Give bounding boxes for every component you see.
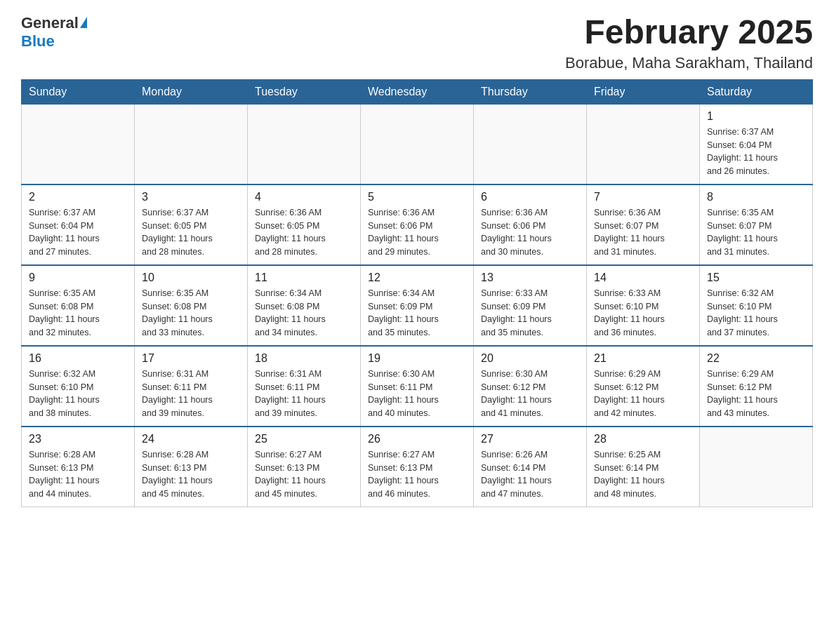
- location-text: Borabue, Maha Sarakham, Thailand: [565, 54, 813, 72]
- day-number: 10: [142, 271, 240, 284]
- month-title: February 2025: [565, 14, 813, 51]
- day-info: Sunrise: 6:30 AMSunset: 6:11 PMDaylight:…: [368, 368, 466, 420]
- day-info: Sunrise: 6:29 AMSunset: 6:12 PMDaylight:…: [707, 368, 805, 420]
- day-info: Sunrise: 6:27 AMSunset: 6:13 PMDaylight:…: [368, 448, 466, 501]
- logo-triangle-icon: [80, 17, 87, 28]
- calendar-week-row: 9Sunrise: 6:35 AMSunset: 6:08 PMDaylight…: [22, 265, 813, 346]
- logo-text: General Blue: [21, 14, 87, 51]
- day-info: Sunrise: 6:37 AMSunset: 6:04 PMDaylight:…: [707, 126, 805, 178]
- calendar-week-row: 2Sunrise: 6:37 AMSunset: 6:04 PMDaylight…: [22, 185, 813, 265]
- day-number: 3: [142, 191, 240, 203]
- calendar-cell: 10Sunrise: 6:35 AMSunset: 6:08 PMDayligh…: [135, 265, 248, 346]
- calendar-cell: 2Sunrise: 6:37 AMSunset: 6:04 PMDaylight…: [22, 185, 135, 265]
- weekday-header-monday: Monday: [135, 79, 248, 104]
- calendar-cell: 14Sunrise: 6:33 AMSunset: 6:10 PMDayligh…: [587, 265, 700, 346]
- calendar-cell: [361, 104, 474, 185]
- day-info: Sunrise: 6:25 AMSunset: 6:14 PMDaylight:…: [594, 448, 692, 501]
- day-info: Sunrise: 6:37 AMSunset: 6:05 PMDaylight:…: [142, 206, 240, 259]
- day-number: 8: [707, 191, 805, 203]
- calendar-cell: 12Sunrise: 6:34 AMSunset: 6:09 PMDayligh…: [361, 265, 474, 346]
- day-number: 11: [255, 271, 353, 284]
- day-info: Sunrise: 6:34 AMSunset: 6:08 PMDaylight:…: [255, 287, 353, 340]
- title-section: February 2025 Borabue, Maha Sarakham, Th…: [565, 14, 813, 72]
- day-number: 23: [29, 433, 127, 445]
- weekday-header-thursday: Thursday: [474, 79, 587, 104]
- calendar-cell: 1Sunrise: 6:37 AMSunset: 6:04 PMDaylight…: [700, 104, 813, 185]
- weekday-header-friday: Friday: [587, 79, 700, 104]
- day-info: Sunrise: 6:27 AMSunset: 6:13 PMDaylight:…: [255, 448, 353, 501]
- day-info: Sunrise: 6:35 AMSunset: 6:08 PMDaylight:…: [29, 287, 127, 340]
- calendar-cell: 3Sunrise: 6:37 AMSunset: 6:05 PMDaylight…: [135, 185, 248, 265]
- day-number: 21: [594, 352, 692, 365]
- calendar-cell: 21Sunrise: 6:29 AMSunset: 6:12 PMDayligh…: [587, 346, 700, 427]
- weekday-header-sunday: Sunday: [22, 79, 135, 104]
- calendar-cell: [474, 104, 587, 185]
- calendar-cell: 22Sunrise: 6:29 AMSunset: 6:12 PMDayligh…: [700, 346, 813, 427]
- day-info: Sunrise: 6:36 AMSunset: 6:07 PMDaylight:…: [594, 206, 692, 259]
- day-number: 17: [142, 352, 240, 365]
- weekday-header-saturday: Saturday: [700, 79, 813, 104]
- calendar-cell: 18Sunrise: 6:31 AMSunset: 6:11 PMDayligh…: [248, 346, 361, 427]
- calendar-cell: 17Sunrise: 6:31 AMSunset: 6:11 PMDayligh…: [135, 346, 248, 427]
- day-number: 7: [594, 191, 692, 203]
- weekday-header-tuesday: Tuesday: [248, 79, 361, 104]
- page-header: General Blue February 2025 Borabue, Maha…: [21, 14, 813, 72]
- logo-general: General: [21, 14, 79, 32]
- day-number: 4: [255, 191, 353, 203]
- day-info: Sunrise: 6:32 AMSunset: 6:10 PMDaylight:…: [29, 368, 127, 420]
- calendar-cell: 5Sunrise: 6:36 AMSunset: 6:06 PMDaylight…: [361, 185, 474, 265]
- day-number: 2: [29, 191, 127, 203]
- calendar-cell: 16Sunrise: 6:32 AMSunset: 6:10 PMDayligh…: [22, 346, 135, 427]
- day-info: Sunrise: 6:34 AMSunset: 6:09 PMDaylight:…: [368, 287, 466, 340]
- calendar-week-row: 1Sunrise: 6:37 AMSunset: 6:04 PMDaylight…: [22, 104, 813, 185]
- day-number: 27: [481, 433, 579, 445]
- calendar-cell: 7Sunrise: 6:36 AMSunset: 6:07 PMDaylight…: [587, 185, 700, 265]
- calendar-cell: 13Sunrise: 6:33 AMSunset: 6:09 PMDayligh…: [474, 265, 587, 346]
- day-number: 14: [594, 271, 692, 284]
- day-info: Sunrise: 6:35 AMSunset: 6:08 PMDaylight:…: [142, 287, 240, 340]
- calendar-cell: [248, 104, 361, 185]
- day-number: 15: [707, 271, 805, 284]
- calendar-cell: 8Sunrise: 6:35 AMSunset: 6:07 PMDaylight…: [700, 185, 813, 265]
- calendar-cell: [135, 104, 248, 185]
- calendar-cell: 27Sunrise: 6:26 AMSunset: 6:14 PMDayligh…: [474, 427, 587, 507]
- logo-blue: Blue: [21, 32, 55, 50]
- day-info: Sunrise: 6:33 AMSunset: 6:10 PMDaylight:…: [594, 287, 692, 340]
- day-number: 5: [368, 191, 466, 203]
- day-number: 12: [368, 271, 466, 284]
- day-info: Sunrise: 6:28 AMSunset: 6:13 PMDaylight:…: [142, 448, 240, 501]
- day-number: 19: [368, 352, 466, 365]
- day-number: 28: [594, 433, 692, 445]
- day-info: Sunrise: 6:35 AMSunset: 6:07 PMDaylight:…: [707, 206, 805, 259]
- day-number: 20: [481, 352, 579, 365]
- calendar-cell: 11Sunrise: 6:34 AMSunset: 6:08 PMDayligh…: [248, 265, 361, 346]
- calendar-cell: 9Sunrise: 6:35 AMSunset: 6:08 PMDaylight…: [22, 265, 135, 346]
- calendar-cell: 26Sunrise: 6:27 AMSunset: 6:13 PMDayligh…: [361, 427, 474, 507]
- day-info: Sunrise: 6:28 AMSunset: 6:13 PMDaylight:…: [29, 448, 127, 501]
- day-info: Sunrise: 6:36 AMSunset: 6:06 PMDaylight:…: [481, 206, 579, 259]
- day-info: Sunrise: 6:36 AMSunset: 6:05 PMDaylight:…: [255, 206, 353, 259]
- day-number: 25: [255, 433, 353, 445]
- calendar-cell: [700, 427, 813, 507]
- calendar-cell: 15Sunrise: 6:32 AMSunset: 6:10 PMDayligh…: [700, 265, 813, 346]
- day-info: Sunrise: 6:37 AMSunset: 6:04 PMDaylight:…: [29, 206, 127, 259]
- calendar-cell: 20Sunrise: 6:30 AMSunset: 6:12 PMDayligh…: [474, 346, 587, 427]
- day-number: 6: [481, 191, 579, 203]
- calendar-week-row: 23Sunrise: 6:28 AMSunset: 6:13 PMDayligh…: [22, 427, 813, 507]
- logo: General Blue: [21, 14, 87, 51]
- calendar-cell: [22, 104, 135, 185]
- day-number: 24: [142, 433, 240, 445]
- day-number: 1: [707, 110, 805, 123]
- day-number: 16: [29, 352, 127, 365]
- day-info: Sunrise: 6:32 AMSunset: 6:10 PMDaylight:…: [707, 287, 805, 340]
- calendar-week-row: 16Sunrise: 6:32 AMSunset: 6:10 PMDayligh…: [22, 346, 813, 427]
- day-info: Sunrise: 6:30 AMSunset: 6:12 PMDaylight:…: [481, 368, 579, 420]
- calendar-table: SundayMondayTuesdayWednesdayThursdayFrid…: [21, 79, 813, 507]
- weekday-header-wednesday: Wednesday: [361, 79, 474, 104]
- calendar-cell: 6Sunrise: 6:36 AMSunset: 6:06 PMDaylight…: [474, 185, 587, 265]
- calendar-cell: 19Sunrise: 6:30 AMSunset: 6:11 PMDayligh…: [361, 346, 474, 427]
- day-number: 22: [707, 352, 805, 365]
- day-number: 26: [368, 433, 466, 445]
- calendar-cell: 24Sunrise: 6:28 AMSunset: 6:13 PMDayligh…: [135, 427, 248, 507]
- day-info: Sunrise: 6:31 AMSunset: 6:11 PMDaylight:…: [142, 368, 240, 420]
